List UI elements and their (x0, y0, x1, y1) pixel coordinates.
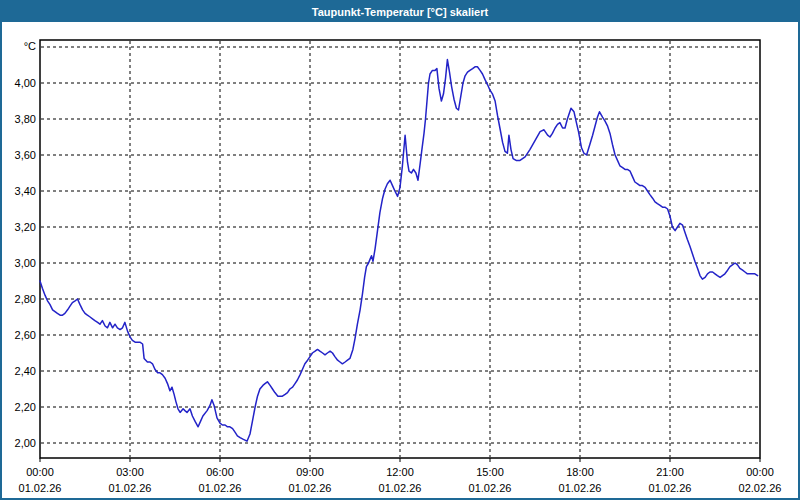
y-tick-label: 4,00 (15, 77, 36, 89)
x-tick-time-label: 09:00 (296, 466, 324, 478)
x-tick-time-label: 06:00 (206, 466, 234, 478)
x-tick-time-label: 18:00 (566, 466, 594, 478)
y-tick-label: 2,80 (15, 293, 36, 305)
y-tick-label: 3,80 (15, 113, 36, 125)
x-tick-date-label: 02.02.26 (739, 482, 782, 494)
y-tick-label: 2,20 (15, 401, 36, 413)
x-tick-date-label: 01.02.26 (469, 482, 512, 494)
chart-window: Taupunkt-Temperatur [°C] skaliert 00:000… (0, 0, 800, 500)
window-title: Taupunkt-Temperatur [°C] skaliert (312, 6, 488, 18)
y-tick-label: 3,60 (15, 149, 36, 161)
x-tick-date-label: 01.02.26 (379, 482, 422, 494)
y-tick-label: 2,60 (15, 329, 36, 341)
x-tick-time-label: 00:00 (746, 466, 774, 478)
x-tick-time-label: 15:00 (476, 466, 504, 478)
y-tick-label: 3,40 (15, 185, 36, 197)
y-tick-label: 2,40 (15, 365, 36, 377)
x-tick-date-label: 01.02.26 (109, 482, 152, 494)
y-tick-label: 3,20 (15, 221, 36, 233)
y-tick-label: 3,00 (15, 257, 36, 269)
y-axis-unit-label: °C (24, 40, 36, 52)
y-tick-label: 2,00 (15, 437, 36, 449)
titlebar: Taupunkt-Temperatur [°C] skaliert (2, 2, 798, 22)
x-tick-time-label: 21:00 (656, 466, 684, 478)
x-tick-date-label: 01.02.26 (289, 482, 332, 494)
x-tick-date-label: 01.02.26 (649, 482, 692, 494)
x-tick-time-label: 00:00 (26, 466, 54, 478)
x-tick-date-label: 01.02.26 (199, 482, 242, 494)
x-tick-date-label: 01.02.26 (559, 482, 602, 494)
x-tick-time-label: 03:00 (116, 466, 144, 478)
chart-canvas[interactable]: 00:0001.02.2603:0001.02.2606:0001.02.260… (2, 22, 798, 498)
x-tick-date-label: 01.02.26 (19, 482, 62, 494)
x-tick-time-label: 12:00 (386, 466, 414, 478)
